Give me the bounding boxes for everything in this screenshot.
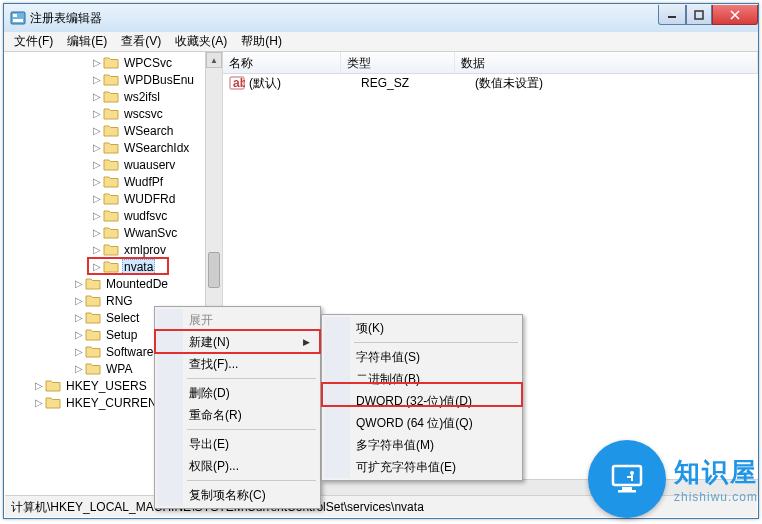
tree-node[interactable]: ▷wudfsvc bbox=[4, 207, 222, 224]
maximize-button[interactable] bbox=[686, 5, 712, 25]
tree-node[interactable]: ▷WUDFRd bbox=[4, 190, 222, 207]
tree-node[interactable]: ▷WwanSvc bbox=[4, 224, 222, 241]
ctx-expand[interactable]: 展开 bbox=[157, 309, 318, 331]
ctx-new-string[interactable]: 字符串值(S) bbox=[324, 346, 520, 368]
window-buttons bbox=[658, 5, 758, 25]
expand-icon[interactable]: ▷ bbox=[90, 142, 103, 153]
expand-icon[interactable]: ▷ bbox=[90, 227, 103, 238]
expand-icon[interactable]: ▷ bbox=[72, 329, 85, 340]
expand-icon[interactable]: ▷ bbox=[90, 159, 103, 170]
tree-node[interactable]: ▷xmlprov bbox=[4, 241, 222, 258]
tree-node-label: Select bbox=[104, 311, 141, 325]
ctx-new-expandstring[interactable]: 可扩充字符串值(E) bbox=[324, 456, 520, 478]
tree-node-label: WwanSvc bbox=[122, 226, 179, 240]
col-name[interactable]: 名称 bbox=[223, 52, 341, 73]
ctx-new[interactable]: 新建(N)▶ bbox=[157, 331, 318, 353]
tree-node-label: WudfPf bbox=[122, 175, 165, 189]
expand-icon[interactable]: ▷ bbox=[72, 312, 85, 323]
expand-icon[interactable]: ▷ bbox=[90, 193, 103, 204]
tree-node[interactable]: ▷wuauserv bbox=[4, 156, 222, 173]
tree-node[interactable]: ▷WPDBusEnu bbox=[4, 71, 222, 88]
tree-node[interactable]: ▷nvata bbox=[4, 258, 222, 275]
tree-node-label: wuauserv bbox=[122, 158, 177, 172]
expand-icon[interactable]: ▷ bbox=[72, 295, 85, 306]
expand-icon[interactable]: ▷ bbox=[72, 278, 85, 289]
watermark-url: zhishiwu.com bbox=[674, 490, 758, 504]
menu-favorites[interactable]: 收藏夹(A) bbox=[169, 31, 233, 52]
expand-icon[interactable]: ▷ bbox=[90, 125, 103, 136]
folder-icon bbox=[103, 107, 119, 120]
expand-icon[interactable]: ▷ bbox=[32, 397, 45, 408]
svg-text:ab: ab bbox=[233, 76, 245, 90]
expand-icon[interactable]: ▷ bbox=[90, 57, 103, 68]
expand-icon[interactable]: ▷ bbox=[90, 91, 103, 102]
ctx-copy-key-name[interactable]: 复制项名称(C) bbox=[157, 484, 318, 506]
tree-node-label: Setup bbox=[104, 328, 139, 342]
tree-node-label: MountedDe bbox=[104, 277, 170, 291]
tree-node[interactable]: ▷WSearchIdx bbox=[4, 139, 222, 156]
tree-node[interactable]: ▷MountedDe bbox=[4, 275, 222, 292]
titlebar[interactable]: 注册表编辑器 bbox=[4, 4, 758, 32]
svg-point-10 bbox=[630, 471, 634, 475]
folder-icon bbox=[103, 56, 119, 69]
ctx-permissions[interactable]: 权限(P)... bbox=[157, 455, 318, 477]
menu-file[interactable]: 文件(F) bbox=[8, 31, 59, 52]
ctx-new-qword[interactable]: QWORD (64 位)值(Q) bbox=[324, 412, 520, 434]
col-type[interactable]: 类型 bbox=[341, 52, 455, 73]
window-title: 注册表编辑器 bbox=[30, 10, 658, 27]
ctx-new-binary[interactable]: 二进制值(B) bbox=[324, 368, 520, 390]
folder-icon bbox=[103, 90, 119, 103]
scroll-up-arrow[interactable]: ▲ bbox=[206, 52, 222, 68]
ctx-rename[interactable]: 重命名(R) bbox=[157, 404, 318, 426]
svg-rect-9 bbox=[618, 490, 636, 493]
maximize-icon bbox=[694, 10, 704, 20]
scroll-thumb[interactable] bbox=[208, 252, 220, 288]
app-icon bbox=[10, 10, 26, 26]
expand-icon[interactable]: ▷ bbox=[32, 380, 45, 391]
close-icon bbox=[729, 10, 741, 20]
svg-rect-7 bbox=[613, 466, 641, 485]
menu-view[interactable]: 查看(V) bbox=[115, 31, 167, 52]
folder-icon bbox=[103, 243, 119, 256]
ctx-new-multistring[interactable]: 多字符串值(M) bbox=[324, 434, 520, 456]
ctx-new-dword[interactable]: DWORD (32-位)值(D) bbox=[324, 390, 520, 412]
ctx-export[interactable]: 导出(E) bbox=[157, 433, 318, 455]
folder-icon bbox=[45, 396, 61, 409]
tree-node[interactable]: ▷WudfPf bbox=[4, 173, 222, 190]
ctx-delete[interactable]: 删除(D) bbox=[157, 382, 318, 404]
folder-icon bbox=[103, 226, 119, 239]
tree-node[interactable]: ▷wscsvc bbox=[4, 105, 222, 122]
tree-node-label: HKEY_USERS bbox=[64, 379, 149, 393]
expand-icon[interactable]: ▷ bbox=[90, 244, 103, 255]
folder-icon bbox=[103, 260, 119, 273]
close-button[interactable] bbox=[712, 5, 758, 25]
svg-rect-2 bbox=[13, 19, 23, 22]
row-type: REG_SZ bbox=[361, 76, 475, 90]
list-header: 名称 类型 数据 bbox=[223, 52, 758, 74]
ctx-find[interactable]: 查找(F)... bbox=[157, 353, 318, 375]
expand-icon[interactable]: ▷ bbox=[90, 261, 103, 272]
folder-icon bbox=[85, 294, 101, 307]
expand-icon[interactable]: ▷ bbox=[90, 210, 103, 221]
col-data[interactable]: 数据 bbox=[455, 52, 758, 73]
folder-icon bbox=[85, 311, 101, 324]
list-row[interactable]: ab (默认) REG_SZ (数值未设置) bbox=[223, 74, 758, 92]
expand-icon[interactable]: ▷ bbox=[90, 176, 103, 187]
tree-node[interactable]: ▷WPCSvc bbox=[4, 54, 222, 71]
expand-icon[interactable]: ▷ bbox=[90, 108, 103, 119]
menu-help[interactable]: 帮助(H) bbox=[235, 31, 288, 52]
expand-icon[interactable]: ▷ bbox=[72, 363, 85, 374]
minimize-button[interactable] bbox=[658, 5, 686, 25]
folder-icon bbox=[103, 73, 119, 86]
expand-icon[interactable]: ▷ bbox=[90, 74, 103, 85]
ctx-new-key[interactable]: 项(K) bbox=[324, 317, 520, 339]
menu-edit[interactable]: 编辑(E) bbox=[61, 31, 113, 52]
folder-icon bbox=[103, 192, 119, 205]
tree-node-label: WSearchIdx bbox=[122, 141, 191, 155]
folder-icon bbox=[103, 175, 119, 188]
svg-rect-4 bbox=[695, 11, 703, 19]
expand-icon[interactable]: ▷ bbox=[72, 346, 85, 357]
tree-node[interactable]: ▷ws2ifsl bbox=[4, 88, 222, 105]
tree-node[interactable]: ▷WSearch bbox=[4, 122, 222, 139]
folder-icon bbox=[103, 209, 119, 222]
